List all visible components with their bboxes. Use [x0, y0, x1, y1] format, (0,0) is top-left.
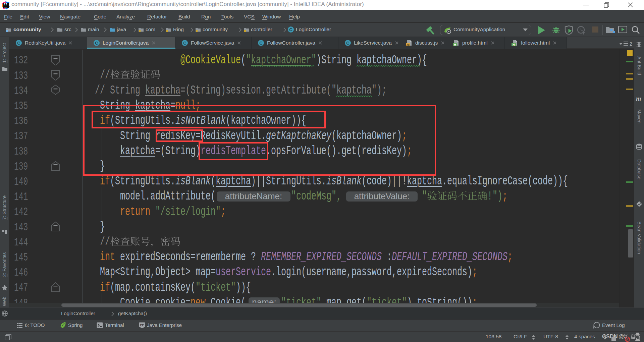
svg-text:JS: JS — [407, 43, 410, 46]
svg-text:C: C — [259, 41, 263, 46]
svg-text:C: C — [289, 27, 292, 32]
svg-text:C: C — [17, 41, 20, 46]
svg-text:C: C — [95, 41, 98, 46]
svg-text:C: C — [346, 41, 350, 46]
svg-text:IJ: IJ — [4, 3, 7, 6]
svg-text:2: 2 — [630, 41, 632, 46]
svg-text:H: H — [454, 43, 456, 46]
svg-text:C: C — [183, 41, 186, 46]
svg-text:H: H — [513, 43, 515, 46]
svg-text:EE: EE — [140, 324, 144, 327]
